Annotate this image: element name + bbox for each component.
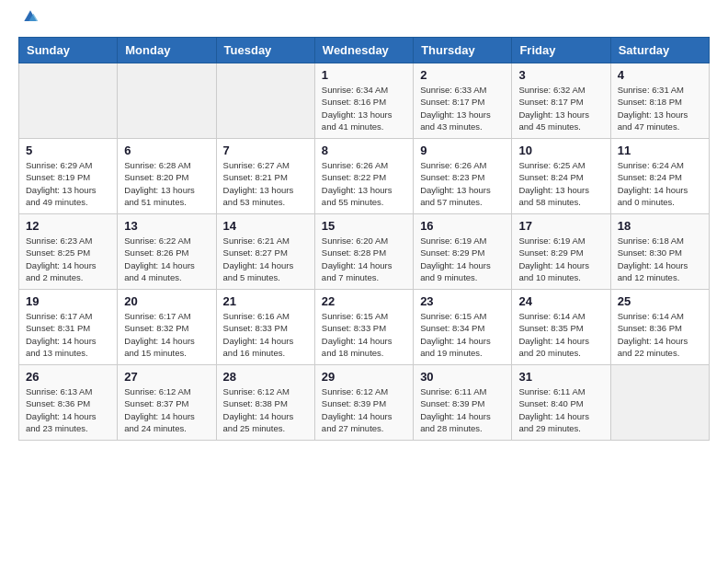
day-info: Sunrise: 6:26 AMSunset: 8:22 PMDaylight:…	[322, 159, 406, 208]
day-info: Sunrise: 6:33 AMSunset: 8:17 PMDaylight:…	[420, 84, 505, 132]
day-number: 22	[322, 294, 406, 308]
day-info: Sunrise: 6:16 AMSunset: 8:33 PMDaylight:…	[223, 310, 308, 359]
calendar-day-cell	[610, 365, 709, 441]
day-info: Sunrise: 6:28 AMSunset: 8:20 PMDaylight:…	[124, 159, 209, 208]
calendar-day-cell: 6Sunrise: 6:28 AMSunset: 8:20 PMDaylight…	[118, 139, 216, 214]
day-number: 14	[223, 219, 308, 233]
calendar: SundayMondayTuesdayWednesdayThursdayFrid…	[18, 37, 710, 441]
calendar-day-cell: 31Sunrise: 6:11 AMSunset: 8:40 PMDayligh…	[512, 365, 610, 441]
day-info: Sunrise: 6:29 AMSunset: 8:19 PMDaylight:…	[26, 159, 110, 208]
day-of-week-header: Sunday	[19, 38, 118, 63]
calendar-day-cell: 29Sunrise: 6:12 AMSunset: 8:39 PMDayligh…	[314, 365, 413, 441]
calendar-day-cell: 13Sunrise: 6:22 AMSunset: 8:26 PMDayligh…	[118, 214, 216, 290]
day-info: Sunrise: 6:12 AMSunset: 8:38 PMDaylight:…	[223, 385, 308, 434]
day-number: 13	[124, 219, 209, 233]
day-number: 19	[26, 294, 110, 308]
calendar-week-row: 5Sunrise: 6:29 AMSunset: 8:19 PMDaylight…	[19, 139, 710, 214]
day-number: 8	[322, 144, 406, 157]
calendar-day-cell: 24Sunrise: 6:14 AMSunset: 8:35 PMDayligh…	[512, 290, 610, 365]
day-info: Sunrise: 6:11 AMSunset: 8:40 PMDaylight:…	[518, 385, 603, 434]
day-info: Sunrise: 6:15 AMSunset: 8:33 PMDaylight:…	[322, 310, 406, 359]
day-info: Sunrise: 6:17 AMSunset: 8:32 PMDaylight:…	[124, 310, 209, 359]
day-number: 27	[124, 370, 209, 384]
calendar-day-cell: 28Sunrise: 6:12 AMSunset: 8:38 PMDayligh…	[216, 365, 314, 441]
day-number: 2	[420, 68, 505, 82]
day-number: 28	[223, 370, 308, 384]
day-info: Sunrise: 6:14 AMSunset: 8:35 PMDaylight:…	[518, 310, 603, 359]
day-info: Sunrise: 6:14 AMSunset: 8:36 PMDaylight:…	[618, 310, 702, 359]
logo	[18, 15, 40, 26]
calendar-day-cell	[118, 63, 216, 139]
day-number: 30	[420, 370, 505, 384]
calendar-day-cell: 25Sunrise: 6:14 AMSunset: 8:36 PMDayligh…	[610, 290, 709, 365]
calendar-day-cell: 5Sunrise: 6:29 AMSunset: 8:19 PMDaylight…	[19, 139, 118, 214]
day-info: Sunrise: 6:31 AMSunset: 8:18 PMDaylight:…	[618, 84, 702, 132]
calendar-week-row: 1Sunrise: 6:34 AMSunset: 8:16 PMDaylight…	[19, 63, 710, 139]
calendar-day-cell: 30Sunrise: 6:11 AMSunset: 8:39 PMDayligh…	[414, 365, 512, 441]
day-number: 1	[322, 68, 406, 82]
day-info: Sunrise: 6:11 AMSunset: 8:39 PMDaylight:…	[420, 385, 505, 434]
calendar-day-cell: 20Sunrise: 6:17 AMSunset: 8:32 PMDayligh…	[118, 290, 216, 365]
day-info: Sunrise: 6:13 AMSunset: 8:36 PMDaylight:…	[26, 385, 110, 434]
day-of-week-header: Thursday	[414, 38, 512, 63]
day-info: Sunrise: 6:15 AMSunset: 8:34 PMDaylight:…	[420, 310, 505, 359]
day-number: 5	[26, 144, 110, 157]
calendar-week-row: 12Sunrise: 6:23 AMSunset: 8:25 PMDayligh…	[19, 214, 710, 290]
day-number: 24	[518, 294, 603, 308]
calendar-day-cell: 12Sunrise: 6:23 AMSunset: 8:25 PMDayligh…	[19, 214, 118, 290]
day-number: 20	[124, 294, 209, 308]
calendar-day-cell: 8Sunrise: 6:26 AMSunset: 8:22 PMDaylight…	[314, 139, 413, 214]
calendar-day-cell: 23Sunrise: 6:15 AMSunset: 8:34 PMDayligh…	[414, 290, 512, 365]
calendar-day-cell	[216, 63, 314, 139]
day-of-week-header: Friday	[512, 38, 610, 63]
calendar-day-cell: 17Sunrise: 6:19 AMSunset: 8:29 PMDayligh…	[512, 214, 610, 290]
day-of-week-header: Tuesday	[216, 38, 314, 63]
day-info: Sunrise: 6:25 AMSunset: 8:24 PMDaylight:…	[518, 159, 603, 208]
calendar-day-cell: 15Sunrise: 6:20 AMSunset: 8:28 PMDayligh…	[314, 214, 413, 290]
calendar-day-cell: 4Sunrise: 6:31 AMSunset: 8:18 PMDaylight…	[610, 63, 709, 139]
logo-text	[18, 15, 40, 26]
page: SundayMondayTuesdayWednesdayThursdayFrid…	[0, 0, 728, 455]
day-number: 3	[518, 68, 603, 82]
day-number: 18	[618, 219, 702, 233]
calendar-day-cell	[19, 63, 118, 139]
calendar-day-cell: 2Sunrise: 6:33 AMSunset: 8:17 PMDaylight…	[414, 63, 512, 139]
day-info: Sunrise: 6:19 AMSunset: 8:29 PMDaylight:…	[420, 235, 505, 283]
day-number: 31	[518, 370, 603, 384]
calendar-day-cell: 9Sunrise: 6:26 AMSunset: 8:23 PMDaylight…	[414, 139, 512, 214]
calendar-week-row: 26Sunrise: 6:13 AMSunset: 8:36 PMDayligh…	[19, 365, 710, 441]
day-info: Sunrise: 6:24 AMSunset: 8:24 PMDaylight:…	[618, 159, 702, 208]
day-number: 10	[518, 144, 603, 157]
day-number: 25	[618, 294, 702, 308]
day-of-week-header: Saturday	[610, 38, 709, 63]
day-of-week-header: Wednesday	[314, 38, 413, 63]
calendar-day-cell: 18Sunrise: 6:18 AMSunset: 8:30 PMDayligh…	[610, 214, 709, 290]
calendar-day-cell: 7Sunrise: 6:27 AMSunset: 8:21 PMDaylight…	[216, 139, 314, 214]
day-info: Sunrise: 6:27 AMSunset: 8:21 PMDaylight:…	[223, 159, 308, 208]
day-number: 23	[420, 294, 505, 308]
day-number: 16	[420, 219, 505, 233]
day-info: Sunrise: 6:19 AMSunset: 8:29 PMDaylight:…	[518, 235, 603, 283]
day-info: Sunrise: 6:34 AMSunset: 8:16 PMDaylight:…	[322, 84, 406, 132]
day-info: Sunrise: 6:17 AMSunset: 8:31 PMDaylight:…	[26, 310, 110, 359]
day-number: 29	[322, 370, 406, 384]
day-info: Sunrise: 6:22 AMSunset: 8:26 PMDaylight:…	[124, 235, 209, 283]
day-info: Sunrise: 6:21 AMSunset: 8:27 PMDaylight:…	[223, 235, 308, 283]
day-number: 6	[124, 144, 209, 157]
day-info: Sunrise: 6:18 AMSunset: 8:30 PMDaylight:…	[618, 235, 702, 283]
day-number: 4	[618, 68, 702, 82]
calendar-day-cell: 16Sunrise: 6:19 AMSunset: 8:29 PMDayligh…	[414, 214, 512, 290]
day-info: Sunrise: 6:23 AMSunset: 8:25 PMDaylight:…	[26, 235, 110, 283]
day-number: 12	[26, 219, 110, 233]
day-number: 21	[223, 294, 308, 308]
calendar-day-cell: 14Sunrise: 6:21 AMSunset: 8:27 PMDayligh…	[216, 214, 314, 290]
logo-icon	[21, 7, 40, 26]
calendar-day-cell: 11Sunrise: 6:24 AMSunset: 8:24 PMDayligh…	[610, 139, 709, 214]
calendar-day-cell: 26Sunrise: 6:13 AMSunset: 8:36 PMDayligh…	[19, 365, 118, 441]
day-info: Sunrise: 6:26 AMSunset: 8:23 PMDaylight:…	[420, 159, 505, 208]
calendar-day-cell: 3Sunrise: 6:32 AMSunset: 8:17 PMDaylight…	[512, 63, 610, 139]
day-number: 7	[223, 144, 308, 157]
day-info: Sunrise: 6:32 AMSunset: 8:17 PMDaylight:…	[518, 84, 603, 132]
calendar-day-cell: 1Sunrise: 6:34 AMSunset: 8:16 PMDaylight…	[314, 63, 413, 139]
day-number: 17	[518, 219, 603, 233]
